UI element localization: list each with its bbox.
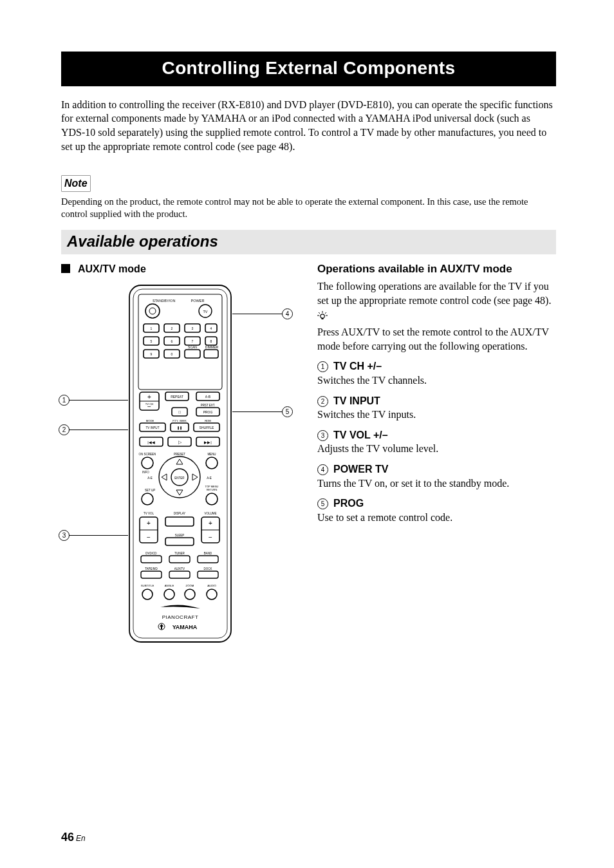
svg-text:5: 5: [151, 339, 153, 343]
svg-text:AUX/TV: AUX/TV: [174, 567, 185, 571]
svg-text:ON SCREEN: ON SCREEN: [139, 453, 156, 456]
left-column: AUX/TV mode 1 2 3 4 5: [61, 262, 299, 645]
svg-text:8: 8: [210, 339, 212, 343]
ops-item-5: 5 PROG Use to set a remote control code.: [317, 496, 556, 524]
svg-line-118: [319, 312, 320, 314]
svg-text:AUDIO: AUDIO: [207, 584, 216, 587]
svg-text:2: 2: [171, 326, 173, 330]
callout-5: 5: [282, 406, 293, 417]
ops-label: PROG: [333, 498, 364, 509]
svg-text:DVD/CD: DVD/CD: [145, 552, 157, 555]
ops-num: 3: [317, 430, 328, 441]
remote-figure: 1 2 3 4 5 STAND: [61, 284, 299, 645]
svg-text:TUNER: TUNER: [174, 552, 185, 555]
svg-text:PROG: PROG: [203, 410, 213, 414]
svg-text:▶▶|: ▶▶|: [204, 440, 212, 444]
svg-point-122: [321, 314, 324, 318]
ops-desc: Adjusts the TV volume level.: [317, 443, 438, 454]
svg-text:1: 1: [151, 326, 153, 330]
svg-rect-102: [141, 571, 162, 578]
svg-text:A-E: A-E: [147, 476, 153, 480]
svg-text:MODE: MODE: [146, 419, 154, 422]
callout-line: [69, 400, 128, 401]
ops-intro: The following operations are available f…: [317, 279, 556, 307]
svg-text:REPEAT: REPEAT: [171, 395, 183, 399]
callout-line: [69, 535, 128, 536]
columns: AUX/TV mode 1 2 3 4 5: [61, 262, 556, 645]
svg-text:TV VOL: TV VOL: [144, 512, 154, 515]
callout-line: [69, 429, 128, 430]
svg-text:+: +: [147, 520, 151, 527]
svg-text:DOCK: DOCK: [203, 567, 212, 571]
svg-rect-96: [141, 556, 162, 563]
svg-text:7: 7: [192, 339, 194, 343]
svg-text:ENTER: ENTER: [174, 476, 185, 480]
svg-rect-123: [322, 318, 324, 319]
svg-text:VOLUME: VOLUME: [204, 512, 216, 515]
svg-text:INFO: INFO: [142, 471, 149, 474]
svg-text:RDM: RDM: [205, 419, 211, 422]
svg-text:BAND: BAND: [204, 552, 212, 555]
ops-num: 5: [317, 498, 328, 509]
page-number-lang: En: [76, 834, 86, 843]
svg-text:ZOOM: ZOOM: [186, 584, 194, 587]
svg-rect-29: [204, 350, 218, 358]
svg-text:+: +: [147, 393, 151, 401]
section-heading: Available operations: [61, 230, 556, 254]
svg-text:SLEEP: SLEEP: [175, 534, 185, 537]
svg-rect-104: [198, 571, 218, 578]
svg-text:YAMAHA: YAMAHA: [172, 624, 198, 630]
svg-text:0: 0: [171, 352, 173, 356]
svg-text:|◀◀: |◀◀: [147, 440, 155, 444]
tip-text: Press AUX/TV to set the remote control t…: [317, 325, 556, 353]
svg-text:DIMMER: DIMMER: [205, 345, 219, 349]
callout-line: [232, 314, 283, 314]
svg-text:PRST EXT.: PRST EXT.: [201, 404, 216, 407]
callout-4: 4: [282, 308, 293, 319]
ops-label: TV VOL +/–: [333, 429, 388, 440]
svg-rect-92: [165, 538, 194, 545]
ops-item-4: 4 POWER TV Turns the TV on, or set it to…: [317, 462, 556, 490]
ops-item-2: 2 TV INPUT Switches the TV inputs.: [317, 394, 556, 422]
svg-text:A-E: A-E: [207, 476, 212, 480]
ops-item-3: 3 TV VOL +/– Adjusts the TV volume level…: [317, 428, 556, 456]
remote-svg: STANDBY/ON POWER TV 1234 5678: [126, 284, 235, 645]
callout-line: [232, 411, 283, 412]
svg-rect-86: [165, 517, 194, 526]
svg-text:□: □: [178, 410, 181, 414]
svg-text:ANGLE: ANGLE: [165, 584, 174, 587]
ops-num: 2: [317, 396, 328, 407]
svg-text:❚❚: ❚❚: [177, 426, 182, 430]
mode-heading: AUX/TV mode: [61, 262, 299, 276]
svg-text:SET UP: SET UP: [145, 489, 155, 492]
ops-label: POWER TV: [333, 464, 388, 475]
svg-text:TAPE/MD: TAPE/MD: [145, 567, 158, 571]
svg-text:PRESET: PRESET: [174, 453, 185, 456]
mode-heading-text: AUX/TV mode: [78, 263, 146, 274]
svg-text:4: 4: [210, 326, 212, 330]
svg-text:P.TY. SEEK: P.TY. SEEK: [172, 419, 187, 422]
ops-label: TV INPUT: [333, 395, 380, 406]
svg-text:+: +: [209, 520, 212, 527]
page-number: 46En: [61, 829, 86, 845]
ops-desc: Switches the TV channels.: [317, 375, 427, 386]
svg-text:RETURN: RETURN: [207, 488, 218, 491]
note-label: Note: [61, 175, 91, 192]
label-power: POWER: [191, 299, 205, 303]
svg-text:−: −: [147, 534, 151, 541]
label-tv: TV: [203, 309, 207, 313]
callout-1: 1: [59, 395, 70, 406]
svg-text:A-B: A-B: [205, 395, 211, 399]
svg-text:SUBTITLE: SUBTITLE: [141, 584, 154, 587]
svg-line-119: [325, 312, 326, 314]
ops-num: 4: [317, 464, 328, 475]
svg-text:3: 3: [192, 326, 194, 330]
page: Controlling External Components In addit…: [0, 0, 614, 868]
svg-text:MENU: MENU: [207, 453, 216, 456]
svg-rect-28: [185, 350, 200, 358]
ops-desc: Turns the TV on, or set it to the standb…: [317, 478, 509, 489]
square-bullet-icon: [61, 264, 70, 273]
svg-text:SCAN: SCAN: [188, 345, 197, 349]
svg-text:−: −: [209, 534, 212, 541]
svg-rect-103: [169, 571, 190, 578]
